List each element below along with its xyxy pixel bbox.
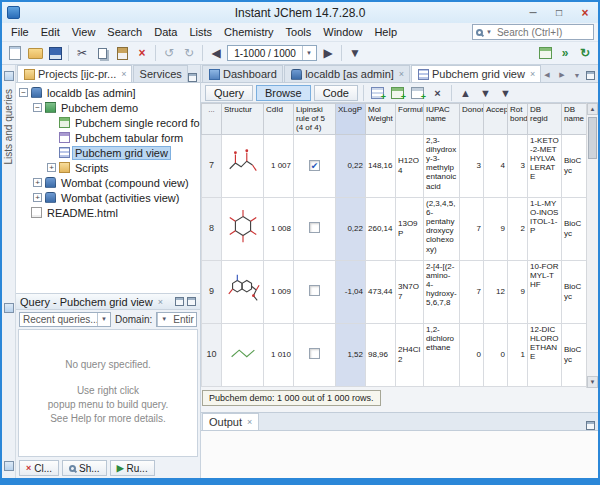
molweight-cell[interactable]: 260,14 bbox=[366, 197, 396, 260]
tree-item-wombat-compound[interactable]: + Wombat (compound view) bbox=[16, 175, 200, 190]
row-number[interactable]: 9 bbox=[202, 260, 222, 323]
lists-and-queries-dock-icon[interactable] bbox=[4, 71, 14, 81]
formula-cell[interactable]: 2H4Cl2 bbox=[396, 323, 424, 386]
tree-item-grid-view[interactable]: Pubchem grid view bbox=[16, 145, 200, 160]
scrollbar-thumb[interactable] bbox=[588, 117, 597, 159]
menu-view[interactable]: View bbox=[66, 24, 102, 40]
query-panel-header[interactable]: Query - Pubchem grid view × bbox=[16, 294, 200, 310]
expander-icon[interactable]: + bbox=[33, 193, 42, 202]
tab-close-icon[interactable]: × bbox=[121, 69, 126, 79]
column-header-structure[interactable]: Structur bbox=[222, 104, 264, 135]
tab-localdb[interactable]: localdb [as admin] × bbox=[284, 65, 410, 82]
column-header-dbregid[interactable]: DB regid bbox=[528, 104, 562, 135]
column-header-rotbonds[interactable]: Rot bonds bbox=[508, 104, 528, 135]
expander-icon[interactable]: + bbox=[47, 163, 56, 172]
goto-record-icon[interactable]: ▼ bbox=[346, 44, 364, 62]
structure-cell[interactable] bbox=[222, 260, 264, 323]
tree-item-readme[interactable]: README.html bbox=[16, 205, 200, 220]
cut-icon[interactable]: ✂ bbox=[73, 44, 91, 62]
scroll-tabs-left-icon[interactable]: ◀ bbox=[541, 68, 553, 82]
column-header-acceptors[interactable]: Accept bbox=[484, 104, 508, 135]
xlogp-cell[interactable]: 0,22 bbox=[336, 134, 366, 197]
rotbonds-cell[interactable]: 9 bbox=[508, 260, 528, 323]
structure-cell[interactable] bbox=[222, 323, 264, 386]
donors-cell[interactable]: 7 bbox=[460, 260, 484, 323]
menu-file[interactable]: File bbox=[5, 24, 35, 40]
scroll-tabs-right-icon[interactable]: ▶ bbox=[556, 68, 568, 82]
move-up-icon[interactable]: ▲ bbox=[457, 85, 474, 101]
clear-query-button[interactable]: × Cl... bbox=[19, 460, 59, 476]
row-number[interactable]: 8 bbox=[202, 197, 222, 260]
dbname-cell[interactable]: BioCyc bbox=[562, 197, 587, 260]
expander-icon[interactable]: − bbox=[33, 103, 42, 112]
dbregid-cell[interactable]: 1-L-MYO-INOSITOL-1-P bbox=[528, 197, 562, 260]
menu-chemistry[interactable]: Chemistry bbox=[218, 24, 280, 40]
add-grid-view-icon[interactable] bbox=[369, 85, 386, 101]
save-all-icon[interactable] bbox=[46, 44, 64, 62]
grid-vertical-scrollbar[interactable]: ▲ ▼ bbox=[586, 103, 598, 388]
search-input[interactable] bbox=[495, 26, 581, 39]
close-button[interactable]: × bbox=[572, 3, 598, 22]
domain-dropdown-icon[interactable]: ▼ bbox=[157, 313, 170, 326]
column-header-xlogp[interactable]: XLogP bbox=[336, 104, 366, 135]
run-query-button[interactable]: ▶ Ru... bbox=[110, 460, 155, 476]
minimize-button[interactable]: ─ bbox=[520, 3, 546, 22]
tab-close-icon[interactable]: × bbox=[399, 69, 404, 79]
domain-combo[interactable]: ▼ Entir bbox=[156, 312, 197, 327]
query-mode-button[interactable]: Query bbox=[205, 85, 253, 101]
lipinski-cell[interactable] bbox=[294, 323, 336, 386]
expander-icon[interactable]: − bbox=[19, 88, 28, 97]
view-options-dropdown-icon[interactable]: ▼ bbox=[497, 85, 514, 101]
cdid-cell[interactable]: 1 008 bbox=[264, 197, 294, 260]
row-number[interactable]: 10 bbox=[202, 323, 222, 386]
recent-queries-combo[interactable]: Recent queries... ▼ bbox=[19, 312, 111, 327]
formula-cell[interactable]: 13O9P bbox=[396, 197, 424, 260]
record-range-combo[interactable]: ▼ bbox=[227, 45, 317, 61]
code-mode-button[interactable]: Code bbox=[314, 85, 358, 101]
redo-icon[interactable]: ↻ bbox=[180, 44, 198, 62]
lipinski-checkbox[interactable] bbox=[309, 222, 320, 233]
search-dropdown-icon[interactable]: ▼ bbox=[486, 29, 492, 35]
donors-cell[interactable]: 3 bbox=[460, 134, 484, 197]
iupac-cell[interactable]: (2,3,4,5,6-pentahydroxycyclohexoxy) bbox=[424, 197, 460, 260]
tab-pubchem-grid-view[interactable]: Pubchem grid view × bbox=[411, 65, 541, 82]
lipinski-checkbox[interactable] bbox=[309, 285, 320, 296]
next-record-icon[interactable]: ▶ bbox=[319, 44, 337, 62]
tree-item-tabular-form[interactable]: Pubchem tabular form bbox=[16, 130, 200, 145]
xlogp-cell[interactable]: -1,04 bbox=[336, 260, 366, 323]
maximize-panel-icon[interactable] bbox=[586, 421, 595, 430]
menu-edit[interactable]: Edit bbox=[35, 24, 66, 40]
dbname-cell[interactable]: BioCyc bbox=[562, 260, 587, 323]
browse-mode-button[interactable]: Browse bbox=[256, 85, 311, 101]
quick-search[interactable]: ▼ bbox=[472, 24, 594, 40]
dbname-cell[interactable]: BioCyc bbox=[562, 323, 587, 386]
float-panel-icon[interactable] bbox=[175, 297, 184, 306]
maximize-button[interactable]: □ bbox=[546, 3, 572, 22]
xlogp-cell[interactable]: 1,52 bbox=[336, 323, 366, 386]
menu-lists[interactable]: Lists bbox=[183, 24, 218, 40]
cdid-cell[interactable]: 1 009 bbox=[264, 260, 294, 323]
cdid-cell[interactable]: 1 007 bbox=[264, 134, 294, 197]
structure-cell[interactable] bbox=[222, 134, 264, 197]
iupac-cell[interactable]: 2-[4-[(2-amino-4-hydroxy-5,6,7,8 bbox=[424, 260, 460, 323]
column-header-donors[interactable]: Donors bbox=[460, 104, 484, 135]
column-header-formula[interactable]: Formul bbox=[396, 104, 424, 135]
query-panel-close-icon[interactable]: × bbox=[158, 297, 163, 307]
remove-view-icon[interactable]: × bbox=[429, 85, 446, 101]
tree-item-wombat-activities[interactable]: + Wombat (activities view) bbox=[16, 190, 200, 205]
lipinski-checkbox[interactable] bbox=[309, 160, 320, 171]
xlogp-cell[interactable]: 0,22 bbox=[336, 197, 366, 260]
add-form-view-icon[interactable] bbox=[389, 85, 406, 101]
acceptors-cell[interactable]: 0 bbox=[484, 323, 508, 386]
column-header-dbname[interactable]: DB name bbox=[562, 104, 587, 135]
copy-icon[interactable] bbox=[93, 44, 111, 62]
formula-cell[interactable]: H12O4 bbox=[396, 134, 424, 197]
show-query-button[interactable]: Sh... bbox=[62, 460, 107, 476]
rotbonds-cell[interactable]: 2 bbox=[508, 197, 528, 260]
tab-services[interactable]: Services bbox=[133, 65, 188, 82]
maximize-panel-icon[interactable] bbox=[586, 71, 595, 80]
minimized-window-dock-icon-2[interactable] bbox=[4, 461, 14, 471]
molweight-cell[interactable]: 98,96 bbox=[366, 323, 396, 386]
record-range-input[interactable] bbox=[228, 47, 302, 60]
column-header-iupac[interactable]: IUPAC name bbox=[424, 104, 460, 135]
